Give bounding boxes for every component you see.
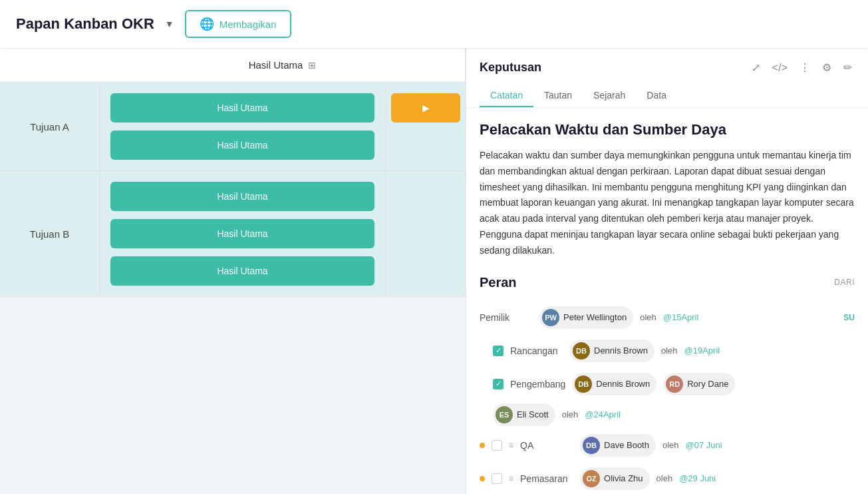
user-chip-dennis-p[interactable]: DB Dennis Brown: [572, 373, 656, 395]
role-meta-qa: oleh: [662, 440, 679, 450]
panel-title: Keputusan: [480, 61, 541, 75]
kr-card-orange[interactable]: ▶: [391, 93, 460, 123]
panel-content: Pelacakan Waktu dan Sumber Daya Pelacaka…: [466, 108, 868, 494]
checkbox-rancangan[interactable]: ✓: [493, 346, 504, 356]
user-name-rory: Rory Dane: [687, 379, 728, 389]
objective-a-cards: Hasil Utama Hasil Utama: [100, 83, 386, 170]
col-icon: ⊞: [308, 60, 316, 71]
sub-role-row-eli: ES Eli Scott oleh @24April: [480, 401, 855, 429]
side-panel: Keputusan ⤢ </> ⋮ ⚙ ✏ Catatan Tautan Sej…: [466, 48, 868, 494]
user-chip-dave[interactable]: DB Dave Booth: [580, 434, 656, 457]
su-badge: SU: [843, 313, 855, 322]
checkbox-pemasaran-empty[interactable]: [492, 473, 502, 484]
more-options-icon[interactable]: ⋮: [797, 59, 813, 77]
role-date-pemilik: @15April: [663, 312, 699, 322]
kr-card[interactable]: Hasil Utama: [110, 256, 374, 286]
kr-card[interactable]: Hasil Utama: [110, 219, 374, 248]
roles-header: Peran DARI: [480, 275, 855, 290]
code-icon[interactable]: </>: [770, 59, 790, 77]
settings-icon[interactable]: ⚙: [819, 59, 834, 77]
col-header-label: Hasil Utama: [249, 59, 303, 71]
panel-actions: ⤢ </> ⋮ ⚙ ✏: [749, 59, 855, 77]
avatar-eli: ES: [496, 406, 513, 423]
role-date-rancangan: @19April: [684, 346, 720, 356]
role-meta-pemilik: oleh: [640, 312, 656, 322]
objective-section-b: Tujuan B Hasil Utama Hasil Utama Hasil U…: [0, 171, 466, 297]
user-chip-peter[interactable]: PW Peter Wellington: [539, 306, 633, 329]
role-meta-eli: oleh: [562, 409, 579, 419]
user-chip-olivia[interactable]: OZ Olivia Zhu: [580, 467, 650, 490]
kr-card[interactable]: Hasil Utama: [110, 130, 374, 160]
kr-card[interactable]: Hasil Utama: [110, 182, 374, 211]
role-label-pemilik: Pemilik: [480, 312, 533, 323]
edit-icon[interactable]: ✏: [841, 59, 855, 77]
objective-b-text: Tujuan B: [30, 228, 69, 240]
tab-sejarah[interactable]: Sejarah: [583, 85, 636, 107]
user-name-eli: Eli Scott: [517, 409, 549, 419]
tab-tautan[interactable]: Tautan: [533, 85, 583, 107]
role-row-pemilik: Pemilik PW Peter Wellington oleh @15Apri…: [480, 301, 855, 334]
second-col-a: ▶: [386, 83, 466, 170]
avatar-dennis-p: DB: [575, 375, 592, 393]
main-content: Hasil Utama ⊞ Tujuan A Hasil Utama Hasil…: [0, 48, 868, 494]
dot-pemasaran: [480, 476, 485, 481]
role-meta-rancangan: oleh: [661, 346, 678, 356]
expand-icon[interactable]: ⤢: [749, 59, 763, 77]
user-name-dennis-r: Dennis Brown: [594, 346, 648, 356]
user-name-dennis-p: Dennis Brown: [596, 379, 650, 389]
tab-catatan[interactable]: Catatan: [480, 85, 533, 107]
avatar-dave: DB: [583, 437, 600, 454]
kanban-board: Hasil Utama ⊞ Tujuan A Hasil Utama Hasil…: [0, 48, 466, 494]
role-date-qa: @07 Juni: [686, 440, 722, 450]
second-col-b: [386, 171, 466, 296]
role-label-rancangan: Rancangan: [510, 346, 563, 356]
top-bar: Papan Kanban OKR ▼ 🌐 Membagikan: [0, 0, 868, 48]
role-label-qa: QA: [520, 440, 573, 451]
role-row-qa: ≡ QA DB Dave Booth oleh @07 Juni: [480, 429, 855, 462]
role-row-pemasaran: ≡ Pemasaran OZ Olivia Zhu oleh @29 Juni: [480, 462, 855, 494]
role-label-pengembang: Pengembang: [510, 379, 565, 389]
panel-title-row: Keputusan ⤢ </> ⋮ ⚙ ✏: [480, 59, 855, 77]
kr-card[interactable]: Hasil Utama: [110, 93, 374, 123]
panel-description: Pelacakan waktu dan sumber daya memungki…: [480, 148, 855, 259]
role-date-eli: @24April: [585, 409, 621, 419]
panel-section-title: Pelacakan Waktu dan Sumber Daya: [480, 121, 855, 138]
user-name-olivia: Olivia Zhu: [604, 473, 643, 483]
objective-b-cards: Hasil Utama Hasil Utama Hasil Utama: [100, 171, 386, 296]
dari-label: DARI: [834, 278, 855, 287]
user-name-peter: Peter Wellington: [563, 312, 627, 322]
role-date-pemasaran: @29 Juni: [679, 473, 716, 483]
user-chip-rory[interactable]: RD Rory Dane: [663, 373, 735, 395]
user-chip-dennis-rancangan[interactable]: DB Dennis Brown: [570, 340, 654, 362]
list-icon-qa: ≡: [509, 441, 513, 450]
panel-tabs: Catatan Tautan Sejarah Data: [480, 85, 855, 107]
avatar-dennis-r: DB: [573, 342, 590, 360]
role-label-pemasaran: Pemasaran: [520, 473, 573, 484]
share-button[interactable]: 🌐 Membagikan: [185, 10, 291, 38]
objective-a-label: Tujuan A: [0, 83, 100, 170]
avatar-rory: RD: [666, 375, 683, 393]
dropdown-arrow-icon[interactable]: ▼: [165, 19, 174, 29]
avatar-peter: PW: [542, 309, 559, 326]
kanban-col-header-1: Hasil Utama ⊞: [100, 48, 466, 82]
checkbox-qa-empty[interactable]: [492, 440, 502, 451]
share-label: Membagikan: [219, 19, 277, 30]
objective-a-text: Tujuan A: [30, 121, 69, 132]
user-name-dave: Dave Booth: [604, 440, 649, 450]
role-row-rancangan: ✓ Rancangan DB Dennis Brown oleh @19Apri…: [480, 334, 855, 368]
kanban-header-row: Hasil Utama ⊞: [0, 48, 466, 83]
board-title: Papan Kanban OKR: [16, 15, 154, 33]
objective-b-label: Tujuan B: [0, 171, 100, 296]
list-icon-pemasaran: ≡: [509, 474, 513, 483]
role-meta-pemasaran: oleh: [656, 473, 673, 483]
role-row-pengembang: ✓ Pengembang DB Dennis Brown RD Rory Dan…: [480, 368, 855, 401]
user-chip-eli[interactable]: ES Eli Scott: [493, 403, 555, 426]
dot-qa: [480, 443, 485, 448]
globe-icon: 🌐: [200, 17, 214, 31]
tab-data[interactable]: Data: [636, 85, 677, 107]
objective-section-a: Tujuan A Hasil Utama Hasil Utama ▶: [0, 83, 466, 171]
checkbox-pengembang[interactable]: ✓: [493, 379, 504, 389]
panel-header: Keputusan ⤢ </> ⋮ ⚙ ✏ Catatan Tautan Sej…: [466, 48, 868, 108]
roles-title: Peran: [480, 275, 517, 290]
avatar-olivia: OZ: [583, 470, 600, 487]
